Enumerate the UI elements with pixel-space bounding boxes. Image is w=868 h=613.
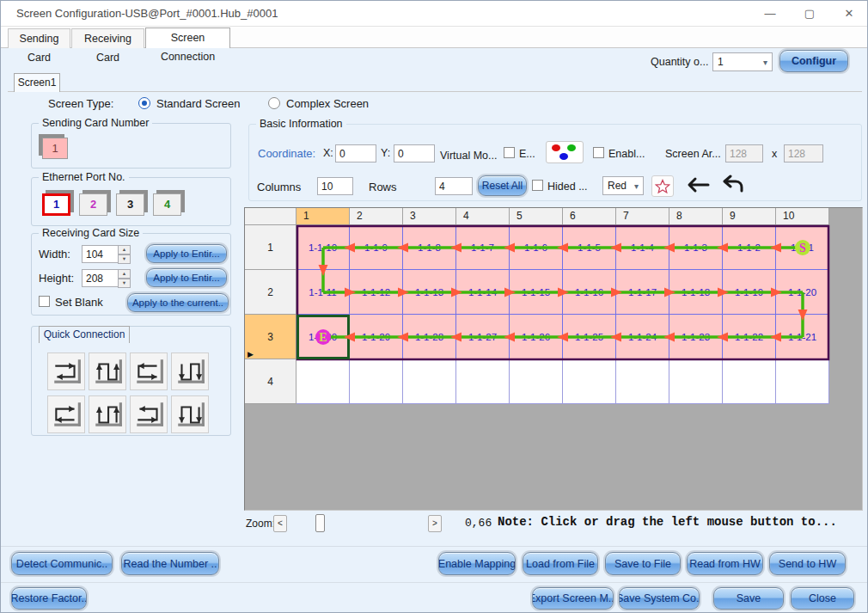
width-input[interactable]	[82, 245, 119, 263]
grid-cell[interactable]	[350, 359, 403, 404]
read-number-button[interactable]: Read the Number ..	[121, 552, 219, 575]
grid-cell[interactable]: 1-1-26	[510, 315, 563, 359]
sending-card-1-button[interactable]: 1	[42, 138, 68, 159]
enable-mapping-button[interactable]: Enable Mapping	[438, 552, 516, 575]
grid-cell[interactable]: 1-1-17	[616, 270, 669, 315]
back-arrow-button[interactable]	[682, 173, 713, 197]
grid-cell[interactable]: 1-1-2	[723, 225, 776, 270]
standard-screen-radio[interactable]	[138, 97, 150, 109]
grid-cell[interactable]: 1-1-15	[510, 270, 563, 315]
quick-pattern-down-left-up-button[interactable]	[171, 395, 209, 433]
grid-cell[interactable]: 1-1-22	[723, 315, 776, 359]
grid-cell[interactable]: 1-1-7	[456, 225, 510, 270]
grid-cell[interactable]	[723, 359, 776, 404]
ethernet-port-3-button[interactable]: 3	[116, 193, 144, 216]
line-color-select[interactable]: Red ▾	[602, 176, 644, 195]
quantity-select[interactable]: 1 ▾	[712, 52, 773, 71]
grid-row-header-1[interactable]: 1	[245, 225, 296, 270]
grid-cell[interactable]: 1-1-14	[456, 270, 510, 315]
grid-cell[interactable]: 1-1-28	[403, 315, 456, 359]
grid-cell[interactable]: 1-1-21	[776, 315, 829, 359]
grid-col-header-1[interactable]: 1	[296, 208, 350, 225]
star-mark-button[interactable]	[651, 175, 674, 197]
maximize-icon[interactable]: ▢	[795, 4, 824, 23]
zoom-in-button[interactable]: >	[428, 515, 442, 532]
grid-cell[interactable]: 1-1-10	[296, 225, 350, 270]
grid-cell[interactable]: 1-1-29	[350, 315, 403, 359]
set-blank-checkbox[interactable]	[39, 296, 50, 307]
x-input[interactable]	[335, 144, 376, 162]
quick-pattern-left-down-right-button[interactable]	[130, 352, 168, 390]
save-to-file-button[interactable]: Save to File	[605, 552, 681, 575]
grid-row-header-3[interactable]: 3▶	[245, 315, 296, 359]
restore-factory-button[interactable]: Restore Factor..	[11, 587, 87, 610]
tab-receiving-card[interactable]: Receiving Card	[71, 28, 144, 48]
grid-cell[interactable]	[669, 359, 723, 404]
quick-pattern-right-up-left-button[interactable]	[130, 395, 168, 433]
configure-button[interactable]: Configur	[779, 50, 848, 72]
grid-cell[interactable]	[296, 359, 350, 404]
grid-col-header-10[interactable]: 10	[776, 208, 829, 225]
height-input[interactable]	[82, 269, 119, 287]
y-input[interactable]	[394, 144, 435, 162]
rgb-dots-icon[interactable]	[546, 141, 584, 163]
tab-sending-card[interactable]: Sending Card	[8, 28, 70, 48]
grid-cell[interactable]: 1-1-3	[669, 225, 723, 270]
grid-cell[interactable]	[510, 359, 563, 404]
grid-cell[interactable]: 1-1-5	[563, 225, 616, 270]
grid-cell[interactable]: 1-1-19	[723, 270, 776, 315]
save-button[interactable]: Save	[713, 587, 784, 610]
complex-screen-radio[interactable]	[268, 97, 280, 109]
grid-cell[interactable]: 1-1-20	[776, 270, 829, 315]
quick-pattern-down-right-up-button[interactable]	[171, 352, 209, 390]
grid-cell[interactable]	[456, 359, 510, 404]
grid-col-header-2[interactable]: 2	[350, 208, 403, 225]
ethernet-port-1-button[interactable]: 1	[42, 193, 70, 216]
send-to-hw-button[interactable]: Send to HW	[769, 552, 846, 575]
quick-pattern-left-up-right-button[interactable]	[47, 395, 85, 433]
tab-screen-connection[interactable]: Screen Connection	[145, 28, 230, 48]
grid-cell[interactable]: 1-1-16	[563, 270, 616, 315]
undo-button[interactable]	[719, 173, 747, 197]
close-icon[interactable]: ✕	[834, 4, 864, 23]
grid-cell[interactable]: 1-1-11	[296, 270, 350, 315]
ethernet-port-4-button[interactable]: 4	[153, 193, 181, 216]
grid-cell[interactable]: 1-1-30	[296, 315, 350, 359]
minimize-icon[interactable]: —	[755, 4, 785, 23]
grid-cell[interactable]: 1-1-25	[563, 315, 616, 359]
connection-grid-canvas[interactable]: 12345678910123▶41-1-101-1-91-1-81-1-71-1…	[244, 207, 863, 511]
detect-communication-button[interactable]: Detect Communic..	[11, 552, 113, 575]
close-button[interactable]: Close	[791, 587, 854, 610]
grid-cell[interactable]	[616, 359, 669, 404]
grid-col-header-9[interactable]: 9	[723, 208, 776, 225]
apply-current-button[interactable]: Apply to the current..	[127, 293, 229, 312]
grid-cell[interactable]	[563, 359, 616, 404]
grid-cell[interactable]: 1-1-8	[403, 225, 456, 270]
ethernet-port-2-button[interactable]: 2	[79, 193, 107, 216]
load-from-file-button[interactable]: Load from File	[523, 552, 598, 575]
zoom-out-button[interactable]: <	[273, 515, 287, 532]
grid-cell[interactable]: 1-1-18	[669, 270, 723, 315]
grid-cell[interactable]: 1-1-23	[669, 315, 723, 359]
save-system-config-button[interactable]: Save System Co..	[619, 587, 700, 610]
zoom-slider-thumb[interactable]	[315, 514, 325, 532]
grid-cell[interactable]: 1-1-12	[350, 270, 403, 315]
enable-virtual-checkbox[interactable]	[504, 147, 515, 158]
grid-cell[interactable]: 1-1-13	[403, 270, 456, 315]
export-screen-button[interactable]: Export Screen M...	[532, 587, 614, 610]
enable-checkbox[interactable]	[593, 147, 604, 158]
height-stepper[interactable]: ▲▼	[118, 269, 131, 287]
read-from-hw-button[interactable]: Read from HW	[687, 552, 763, 575]
grid-cell[interactable]	[403, 359, 456, 404]
grid-col-header-3[interactable]: 3	[403, 208, 456, 225]
grid-cell[interactable]: 1-1-24	[616, 315, 669, 359]
grid-col-header-7[interactable]: 7	[616, 208, 669, 225]
grid-cell[interactable]	[776, 359, 829, 404]
grid-col-header-4[interactable]: 4	[456, 208, 510, 225]
apply-height-button[interactable]: Apply to Entir...	[146, 268, 227, 287]
grid-row-header-2[interactable]: 2	[245, 270, 296, 315]
grid-col-header-8[interactable]: 8	[669, 208, 723, 225]
tab-screen1[interactable]: Screen1	[14, 73, 60, 92]
apply-width-button[interactable]: Apply to Entir...	[146, 244, 227, 263]
grid-cell[interactable]: 1-1-27	[456, 315, 510, 359]
